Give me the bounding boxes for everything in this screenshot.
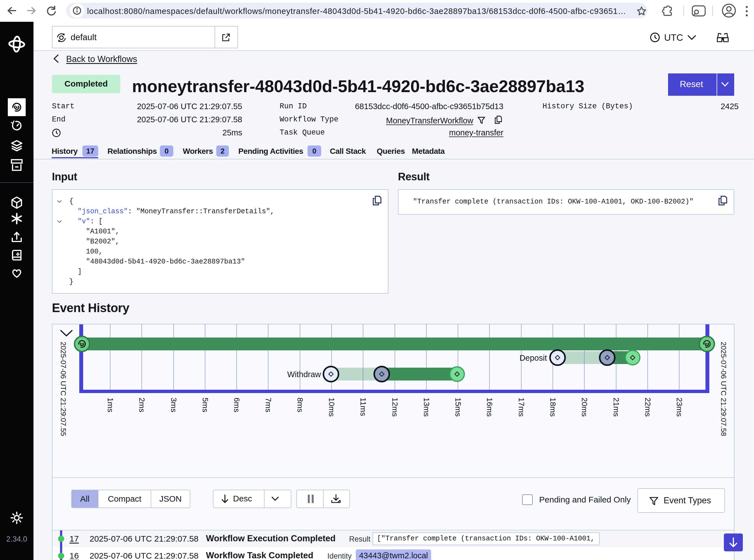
svg-text:21ms: 21ms bbox=[612, 398, 620, 417]
svg-text:11ms: 11ms bbox=[359, 398, 368, 416]
svg-text:15ms: 15ms bbox=[454, 398, 462, 417]
svg-text:2025-07-06 UTC 21:29:07.55: 2025-07-06 UTC 21:29:07.55 bbox=[59, 342, 67, 436]
svg-text:12ms: 12ms bbox=[391, 398, 399, 417]
svg-text:18ms: 18ms bbox=[549, 398, 557, 417]
svg-text:3ms: 3ms bbox=[169, 398, 178, 412]
svg-text:13ms: 13ms bbox=[422, 398, 431, 417]
svg-text:2ms: 2ms bbox=[138, 398, 146, 412]
svg-text:20ms: 20ms bbox=[580, 398, 589, 417]
svg-text:23ms: 23ms bbox=[675, 398, 684, 417]
svg-text:7ms: 7ms bbox=[264, 398, 273, 412]
svg-text:6ms: 6ms bbox=[232, 398, 241, 412]
svg-text:10ms: 10ms bbox=[327, 398, 336, 417]
svg-text:22ms: 22ms bbox=[644, 398, 652, 417]
svg-text:17ms: 17ms bbox=[517, 398, 526, 417]
svg-text:2025-07-06 UTC 21:29:07.58: 2025-07-06 UTC 21:29:07.58 bbox=[719, 342, 728, 436]
svg-text:16ms: 16ms bbox=[485, 398, 494, 417]
svg-text:Withdraw: Withdraw bbox=[287, 370, 321, 379]
svg-text:5ms: 5ms bbox=[201, 398, 209, 412]
svg-text:Deposit: Deposit bbox=[519, 354, 547, 362]
svg-text:1ms: 1ms bbox=[106, 398, 115, 412]
svg-text:8ms: 8ms bbox=[296, 398, 304, 412]
